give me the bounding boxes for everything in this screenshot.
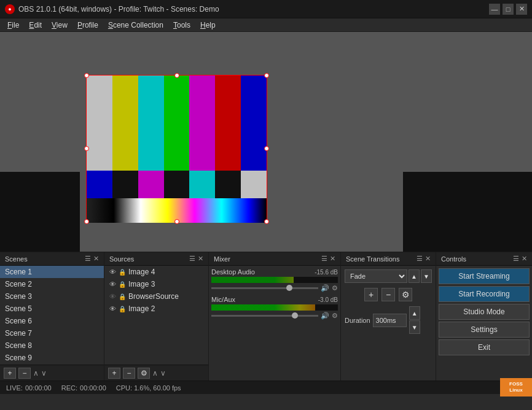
sources-down-button[interactable]: ∨ (160, 369, 166, 377)
mixer-config-icon[interactable]: ☰ (321, 255, 327, 263)
mixer-config-desktop[interactable]: ⚙ (332, 284, 338, 292)
scene-item-scene2[interactable]: Scene 2 (0, 278, 104, 290)
scene-item-scene7[interactable]: Scene 7 (0, 327, 104, 339)
menu-scene-collection[interactable]: Scene Collection (103, 20, 168, 31)
controls-close-icon[interactable]: ✕ (522, 255, 527, 263)
close-button[interactable]: ✕ (516, 4, 527, 15)
transition-settings-button[interactable]: ⚙ (399, 288, 412, 301)
source-item-image3[interactable]: 👁 🔒 Image 3 (104, 278, 208, 290)
transitions-panel-title: Scene Transitions (346, 255, 417, 263)
live-label: LIVE: (6, 384, 23, 392)
source-item-image4[interactable]: 👁 🔒 Image 4 (104, 266, 208, 278)
live-time: 00:00:00 (25, 384, 52, 392)
mixer-track-level-mic: -3.0 dB (318, 296, 338, 303)
mixer-panel-title: Mixer (214, 255, 321, 263)
menu-help[interactable]: Help (195, 20, 221, 31)
selection-handle-tr[interactable] (264, 73, 269, 78)
source-visible-icon-browsersource[interactable]: 👁 (109, 293, 116, 300)
mixer-close-icon[interactable]: ✕ (330, 255, 335, 263)
sources-panel-title: Sources (109, 255, 189, 263)
selection-handle-bl[interactable] (84, 219, 89, 224)
scene-item-scene9[interactable]: Scene 9 (0, 352, 104, 364)
duration-down-arrow[interactable]: ▼ (409, 320, 420, 334)
sources-up-button[interactable]: ∧ (152, 369, 158, 377)
transitions-panel-header: Scene Transitions ☰ ✕ (341, 252, 436, 266)
sources-close-icon[interactable]: ✕ (198, 255, 203, 263)
controls-config-icon[interactable]: ☰ (513, 255, 519, 263)
scenes-add-button[interactable]: + (4, 368, 16, 379)
selection-handle-bm[interactable] (174, 219, 179, 224)
start-recording-button[interactable]: Start Recording (439, 286, 530, 302)
sources-config-icon[interactable]: ☰ (189, 255, 195, 263)
source-visible-icon-image2[interactable]: 👁 (109, 305, 116, 312)
exit-button[interactable]: Exit (439, 339, 530, 355)
duration-input[interactable] (373, 314, 407, 327)
mixer-slider-thumb-mic[interactable] (292, 312, 298, 319)
selection-handle-ml[interactable] (84, 146, 89, 151)
scene-item-scene5[interactable]: Scene 5 (0, 303, 104, 315)
scene-item-scene1[interactable]: Scene 1 (0, 266, 104, 278)
mixer-track-header-desktop: Desktop Audio -15.6 dB (211, 268, 338, 276)
scenes-panel-header: Scenes ☰ ✕ (0, 252, 104, 266)
scenes-config-icon[interactable]: ☰ (85, 255, 91, 263)
scenes-remove-button[interactable]: − (18, 368, 31, 379)
transition-type-select[interactable]: Fade Cut Swipe Slide (345, 269, 407, 283)
scene-item-scene8[interactable]: Scene 8 (0, 339, 104, 352)
mixer-slider-mic[interactable] (211, 315, 318, 317)
rec-status: REC: 00:00:00 (61, 384, 106, 392)
transition-add-button[interactable]: + (364, 288, 378, 301)
source-visible-icon-image3[interactable]: 👁 (109, 280, 116, 288)
transition-down-arrow[interactable]: ▼ (421, 269, 432, 283)
source-item-browsersource[interactable]: 👁 🔒 BrowserSource (104, 290, 208, 303)
settings-button[interactable]: Settings (439, 322, 530, 338)
transition-type-row: Fade Cut Swipe Slide ▲ ▼ (345, 269, 432, 283)
source-lock-icon-image3: 🔒 (119, 281, 126, 288)
sources-remove-button[interactable]: − (123, 368, 135, 379)
start-streaming-button[interactable]: Start Streaming (439, 268, 530, 284)
scenes-close-icon[interactable]: ✕ (93, 255, 99, 263)
transitions-config-icon[interactable]: ☰ (417, 255, 423, 263)
scene-item-scene3[interactable]: Scene 3 (0, 290, 104, 303)
minimize-button[interactable]: — (489, 4, 500, 15)
source-item-image2[interactable]: 👁 🔒 Image 2 (104, 303, 208, 315)
source-label-image2: Image 2 (128, 304, 155, 313)
duration-up-arrow[interactable]: ▲ (409, 306, 420, 320)
scene-item-scene6[interactable]: Scene 6 (0, 315, 104, 327)
transition-remove-button[interactable]: − (381, 288, 395, 301)
menu-view[interactable]: View (47, 20, 72, 31)
scenes-up-button[interactable]: ∧ (33, 369, 39, 377)
mixer-track-level-desktop: -15.6 dB (315, 269, 338, 276)
studio-mode-button[interactable]: Studio Mode (439, 304, 530, 320)
mixer-config-mic[interactable]: ⚙ (332, 312, 338, 320)
mixer-mute-desktop[interactable]: 🔊 (321, 284, 329, 292)
sources-settings-button[interactable]: ⚙ (138, 368, 150, 379)
duration-label: Duration (345, 317, 370, 324)
scenes-panel-title: Scenes (5, 255, 85, 263)
source-visible-icon-image4[interactable]: 👁 (109, 268, 116, 276)
sources-add-button[interactable]: + (108, 368, 120, 379)
selection-handle-tm[interactable] (174, 73, 179, 78)
scenes-panel-icons: ☰ ✕ (85, 255, 99, 263)
mixer-slider-thumb-desktop[interactable] (286, 285, 292, 291)
transitions-content: Fade Cut Swipe Slide ▲ ▼ + − ⚙ Duration … (341, 266, 436, 381)
controls-panel-icons: ☰ ✕ (513, 255, 527, 263)
maximize-button[interactable]: □ (503, 4, 514, 15)
menu-profile[interactable]: Profile (72, 20, 103, 31)
menu-tools[interactable]: Tools (168, 20, 195, 31)
selection-handle-mr[interactable] (264, 146, 269, 151)
app-icon: ● (5, 4, 15, 14)
color-bars[interactable] (86, 75, 267, 222)
selection-handle-br[interactable] (264, 219, 269, 224)
transition-up-arrow[interactable]: ▲ (409, 269, 420, 283)
scenes-toolbar: + − ∧ ∨ (0, 365, 104, 381)
transition-edit-row: + − ⚙ (345, 288, 432, 301)
scenes-down-button[interactable]: ∨ (41, 369, 47, 377)
mixer-slider-desktop[interactable] (211, 287, 318, 289)
sources-toolbar: + − ⚙ ∧ ∨ (104, 365, 208, 381)
transitions-close-icon[interactable]: ✕ (425, 255, 431, 263)
color-bars-top (87, 75, 267, 171)
menu-edit[interactable]: Edit (24, 20, 47, 31)
mixer-mute-mic[interactable]: 🔊 (321, 312, 329, 320)
selection-handle-tl[interactable] (84, 73, 89, 78)
menu-file[interactable]: File (2, 20, 24, 31)
